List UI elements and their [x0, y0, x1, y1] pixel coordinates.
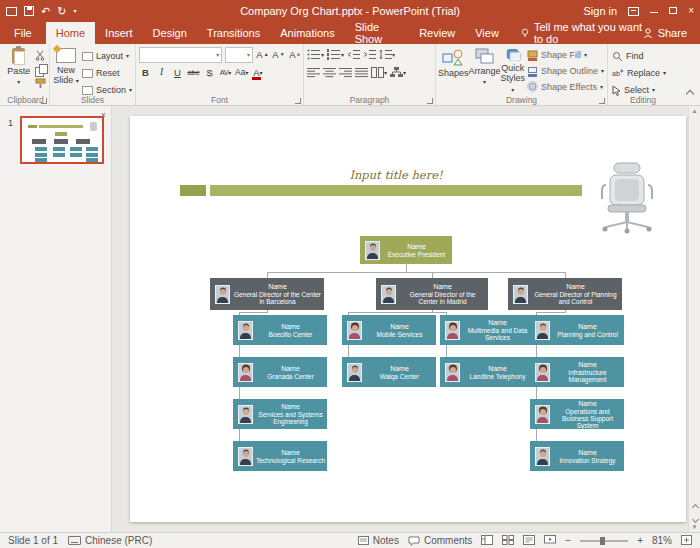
scroll-up-icon[interactable]: ▲	[689, 108, 700, 114]
line-spacing-button[interactable]: ▾	[379, 47, 395, 62]
align-left-button[interactable]	[307, 65, 320, 80]
org-node-director[interactable]: NameGeneral Director of the Center in Ba…	[210, 278, 324, 310]
italic-button[interactable]: I	[155, 65, 168, 80]
layout-button[interactable]: Layout▾	[80, 48, 134, 64]
tab-home[interactable]: Home	[46, 22, 95, 44]
replace-button[interactable]: abReplace▾	[610, 65, 677, 81]
zoom-level[interactable]: 81%	[652, 535, 672, 546]
numbering-button[interactable]: ▾	[327, 47, 344, 62]
shrink-font-button[interactable]: A▼	[272, 47, 285, 62]
slide-sorter-view-button[interactable]	[502, 535, 514, 547]
qat-customize-icon[interactable]: ▾	[73, 8, 76, 14]
new-slide-button[interactable]: New Slide ▾	[52, 45, 80, 98]
shapes-button[interactable]: Shapes	[438, 45, 469, 94]
tab-design[interactable]: Design	[143, 22, 197, 44]
font-color-button[interactable]: A▾	[251, 65, 264, 80]
org-node[interactable]: NameBoecillo Center	[233, 315, 327, 345]
tab-file[interactable]: File	[0, 22, 46, 44]
clear-formatting-button[interactable]: A■	[288, 47, 301, 62]
grow-font-button[interactable]: A▲	[256, 47, 269, 62]
cut-icon[interactable]	[35, 50, 46, 61]
office-chair-image[interactable]	[596, 162, 658, 234]
shape-effects-button[interactable]: Shape Effects▾	[525, 79, 606, 94]
align-right-button[interactable]	[339, 65, 352, 80]
shape-outline-button[interactable]: Shape Outline▾	[525, 64, 606, 79]
format-painter-icon[interactable]	[35, 78, 46, 89]
slide-title-text[interactable]: Input title here!	[210, 168, 582, 182]
collapse-ribbon-icon[interactable]	[687, 83, 693, 101]
tab-slide-show[interactable]: Slide Show	[345, 22, 409, 44]
org-node[interactable]: NameOperations and Business Support Syst…	[530, 399, 624, 429]
shape-fill-button[interactable]: Shape Fill▾	[525, 48, 606, 63]
vertical-scrollbar[interactable]: ▲ ▼	[688, 106, 700, 532]
tab-transitions[interactable]: Transitions	[197, 22, 270, 44]
org-node[interactable]: NameGranada Center	[233, 357, 327, 387]
tab-animations[interactable]: Animations	[270, 22, 344, 44]
slide[interactable]: Input title here!	[130, 116, 686, 522]
zoom-out-button[interactable]: −	[565, 535, 571, 546]
ribbon-display-options-icon[interactable]	[628, 7, 639, 16]
save-icon[interactable]	[24, 6, 34, 16]
font-size-select[interactable]: ▾	[225, 47, 253, 63]
zoom-slider-handle[interactable]	[600, 537, 605, 545]
language-status[interactable]: Chinese (PRC)	[85, 535, 152, 546]
undo-icon[interactable]: ↶	[41, 6, 50, 17]
font-name-select[interactable]: ▾	[139, 47, 222, 63]
slide-thumbnail[interactable]	[20, 116, 104, 164]
previous-slide-button[interactable]	[691, 496, 699, 506]
minimize-button[interactable]	[650, 6, 658, 16]
tell-me-box[interactable]: Tell me what you want to do	[521, 22, 643, 44]
maximize-button[interactable]	[669, 6, 677, 16]
org-node[interactable]: NameWalqa Center	[342, 357, 436, 387]
character-spacing-button[interactable]: AV▾	[219, 65, 232, 80]
normal-view-button[interactable]	[481, 535, 493, 547]
change-case-button[interactable]: Aa▾	[235, 65, 248, 80]
clipboard-dialog-launcher-icon[interactable]	[41, 98, 47, 104]
increase-indent-button[interactable]	[363, 47, 376, 62]
org-node[interactable]: NamePlanning and Control	[530, 315, 624, 345]
tab-review[interactable]: Review	[409, 22, 465, 44]
slide-indicator[interactable]: Slide 1 of 1	[8, 535, 58, 546]
font-dialog-launcher-icon[interactable]	[295, 98, 301, 104]
next-slide-button[interactable]	[691, 508, 699, 518]
paragraph-dialog-launcher-icon[interactable]	[427, 98, 433, 104]
quick-styles-button[interactable]: Quick Styles ▾	[501, 45, 526, 94]
share-button[interactable]: Share	[643, 22, 700, 44]
org-node[interactable]: NameLandline Telephony	[440, 357, 534, 387]
text-shadow-button[interactable]: S	[203, 65, 216, 80]
bold-button[interactable]: B	[139, 65, 152, 80]
decrease-indent-button[interactable]	[347, 47, 360, 62]
org-node[interactable]: NameTechnological Research	[233, 441, 327, 471]
columns-button[interactable]: ▾	[371, 65, 387, 80]
comments-button[interactable]: Comments	[408, 535, 472, 546]
paste-button[interactable]: Paste▾	[4, 45, 33, 89]
org-node-director[interactable]: NameGeneral Director of Planning and Con…	[508, 278, 622, 310]
drawing-dialog-launcher-icon[interactable]	[599, 98, 605, 104]
title-accent-bar-short[interactable]	[180, 185, 206, 196]
tab-insert[interactable]: Insert	[95, 22, 143, 44]
scroll-down-icon[interactable]: ▼	[689, 524, 700, 530]
underline-button[interactable]: U	[171, 65, 184, 80]
title-accent-bar-long[interactable]	[210, 185, 582, 196]
fit-slide-to-window-button[interactable]	[681, 535, 692, 547]
org-node[interactable]: NameServices and Systems Engineering	[233, 399, 327, 429]
close-button[interactable]: ×	[688, 6, 694, 16]
org-node[interactable]: NameMultimedia and Data Services	[440, 315, 534, 345]
strikethrough-button[interactable]: abc	[187, 65, 200, 80]
align-center-button[interactable]	[323, 65, 336, 80]
sign-in-button[interactable]: Sign in	[584, 5, 618, 17]
find-button[interactable]: Find	[610, 48, 677, 64]
org-node[interactable]: NameInnovation Strategy	[530, 441, 624, 471]
org-node[interactable]: NameInfrastructure Management	[530, 357, 624, 387]
copy-icon[interactable]	[35, 64, 46, 75]
org-node-executive[interactable]: NameExecutive President	[360, 236, 452, 264]
reading-view-button[interactable]	[523, 535, 535, 547]
zoom-slider[interactable]	[580, 540, 628, 542]
org-node-director[interactable]: NameGeneral Director of the Center in Ma…	[376, 278, 488, 310]
convert-to-smartart-button[interactable]: ▾	[390, 65, 406, 80]
justify-button[interactable]	[355, 65, 368, 80]
org-node[interactable]: NameMobile Services	[342, 315, 436, 345]
zoom-in-button[interactable]: +	[637, 535, 643, 546]
bullets-button[interactable]: ▾	[307, 47, 324, 62]
notes-button[interactable]: Notes	[358, 535, 399, 546]
